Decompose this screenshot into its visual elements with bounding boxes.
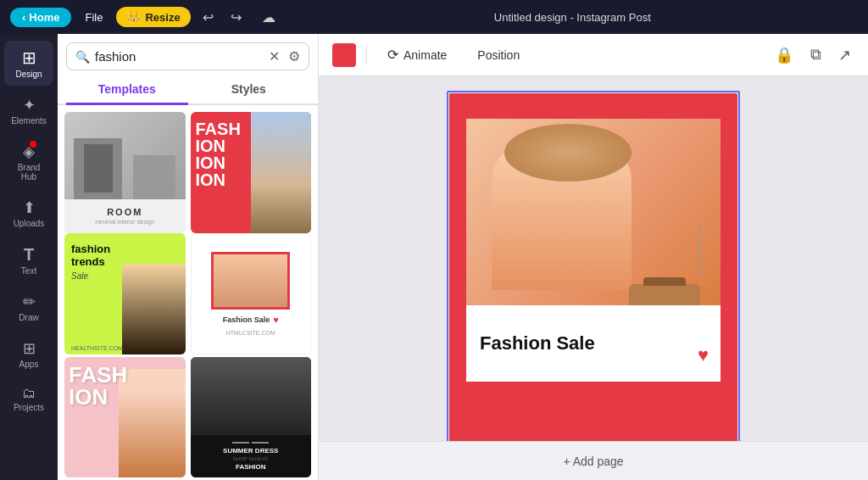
canvas-toolbar: ⟳ Animate Position 🔒 ⧉ ↗ — [319, 34, 868, 76]
text-icon: T — [24, 245, 34, 265]
lock-button[interactable]: 🔒 — [771, 42, 797, 68]
sale-text: Sale — [71, 271, 110, 281]
room-subtitle: minimal interior design — [95, 219, 154, 225]
icon-sidebar: ⊞ Design ✦ Elements ◈ Brand Hub ⬆ Upload… — [0, 34, 58, 480]
fashion-sale-title: Fashion Sale — [480, 332, 707, 354]
template-item[interactable]: ROOM minimal interior design — [64, 112, 186, 233]
templates-panel: 🔍 ✕ ⚙ Templates Styles — [58, 34, 319, 480]
template-item[interactable]: FASHIONIONION — [191, 112, 312, 233]
template-preview: FASHION — [64, 357, 186, 478]
search-input[interactable] — [95, 49, 264, 64]
design-canvas[interactable]: @readypostco Fashion Sale ♥ — [449, 93, 737, 441]
design-inner: @readypostco Fashion Sale ♥ — [449, 93, 737, 441]
template-item[interactable]: SUMMER DRESS SHOP NOW AT FASHION — [191, 357, 312, 478]
template-preview: FASHIONIONION — [191, 112, 312, 233]
canvas-footer: + Add page — [319, 441, 868, 480]
canvas-area: ⟳ Animate Position 🔒 ⧉ ↗ — [319, 34, 868, 480]
template-item[interactable]: FASHION — [64, 357, 186, 478]
search-area: 🔍 ✕ ⚙ — [58, 34, 318, 75]
fashion-large-text: FASHION — [69, 364, 127, 408]
template-preview: ROOM minimal interior design — [64, 112, 186, 233]
design-icon: ⊞ — [22, 47, 36, 68]
elements-icon: ✦ — [23, 96, 36, 114]
sidebar-item-elements[interactable]: ✦ Elements — [4, 89, 53, 132]
template-item[interactable]: fashiontrends Sale HEALTHSITE.COM — [64, 233, 186, 354]
templates-grid: ROOM minimal interior design FASHIONIONI… — [58, 105, 318, 480]
website-label: HEALTHSITE.COM — [71, 345, 123, 351]
filter-button[interactable]: ⚙ — [288, 48, 300, 64]
tab-templates[interactable]: Templates — [66, 75, 188, 105]
resize-label: Resize — [145, 11, 180, 24]
sale-label: Fashion Sale — [223, 315, 270, 324]
draw-icon: ✏ — [23, 293, 36, 311]
heart-decoration: ♥ — [698, 344, 709, 366]
animate-label: Animate — [403, 48, 447, 62]
sidebar-item-design[interactable]: ⊞ Design — [4, 41, 53, 86]
summer-dress-label: SUMMER DRESS — [223, 447, 278, 455]
search-icon: 🔍 — [75, 50, 90, 64]
fashion-frame: @readypostco Fashion Sale ♥ — [466, 119, 721, 382]
fashion-bottom-label: FASHION — [236, 463, 266, 471]
projects-icon: 🗂 — [22, 386, 36, 401]
fashion-sale-text-area: Fashion Sale ♥ — [466, 305, 721, 382]
panel-tabs: Templates Styles — [58, 75, 318, 105]
top-navigation: ‹ Home File 👑 Resize ↩ ↪ ☁ Untitled desi… — [0, 0, 868, 34]
file-button[interactable]: File — [78, 8, 109, 27]
tab-styles[interactable]: Styles — [188, 75, 310, 105]
cloud-save-button[interactable]: ☁ — [257, 6, 281, 29]
crown-icon: 👑 — [126, 10, 141, 24]
room-label: ROOM — [107, 207, 142, 217]
uploads-icon: ⬆ — [23, 198, 36, 217]
home-label: Home — [29, 11, 59, 24]
resize-button[interactable]: 👑 Resize — [116, 7, 190, 27]
animate-icon: ⟳ — [387, 47, 398, 63]
trends-text: fashiontrends — [71, 243, 110, 268]
sidebar-item-apps[interactable]: ⊞ Apps — [4, 332, 53, 376]
add-page-button[interactable]: + Add page — [546, 448, 640, 475]
site-label: HTMLCSITE.COM — [226, 330, 275, 336]
redo-button[interactable]: ↪ — [225, 6, 247, 29]
clear-search-button[interactable]: ✕ — [269, 48, 280, 64]
chevron-left-icon: ‹ — [22, 11, 25, 24]
heart-icon: ♥ — [273, 315, 279, 325]
brand-hub-icon: ◈ — [23, 142, 35, 161]
toolbar-divider — [366, 45, 367, 65]
sidebar-item-draw[interactable]: ✏ Draw — [4, 286, 53, 329]
apps-icon: ⊞ — [23, 339, 36, 358]
sidebar-item-text[interactable]: T Text — [4, 238, 53, 282]
sidebar-item-brand-hub[interactable]: ◈ Brand Hub — [4, 136, 53, 188]
template-preview: SUMMER DRESS SHOP NOW AT FASHION — [191, 357, 312, 478]
sidebar-item-projects[interactable]: 🗂 Projects — [4, 379, 53, 419]
summer-subtitle: SHOP NOW AT — [233, 456, 269, 461]
animate-button[interactable]: ⟳ Animate — [377, 42, 457, 68]
duplicate-button[interactable]: ⧉ — [807, 42, 825, 67]
position-button[interactable]: Position — [467, 43, 530, 67]
template-preview: fashiontrends Sale HEALTHSITE.COM — [64, 233, 186, 354]
undo-button[interactable]: ↩ — [198, 6, 219, 29]
fashion-text: FASHIONIONION — [196, 120, 241, 188]
search-bar: 🔍 ✕ ⚙ — [66, 42, 309, 70]
color-swatch[interactable] — [332, 43, 356, 67]
template-item[interactable]: Fashion Sale ♥ HTMLCSITE.COM — [191, 233, 312, 354]
share-button[interactable]: ↗ — [835, 42, 854, 68]
home-button[interactable]: ‹ Home — [10, 8, 71, 27]
template-preview: Fashion Sale ♥ HTMLCSITE.COM — [192, 234, 311, 354]
canvas-content: @readypostco Fashion Sale ♥ — [319, 76, 868, 441]
vertical-watermark: @readypostco — [697, 223, 704, 277]
main-area: ⊞ Design ✦ Elements ◈ Brand Hub ⬆ Upload… — [0, 34, 868, 480]
position-label: Position — [477, 48, 520, 62]
sidebar-item-uploads[interactable]: ⬆ Uploads — [4, 192, 53, 235]
document-title: Untitled design - Instagram Post — [287, 11, 858, 24]
